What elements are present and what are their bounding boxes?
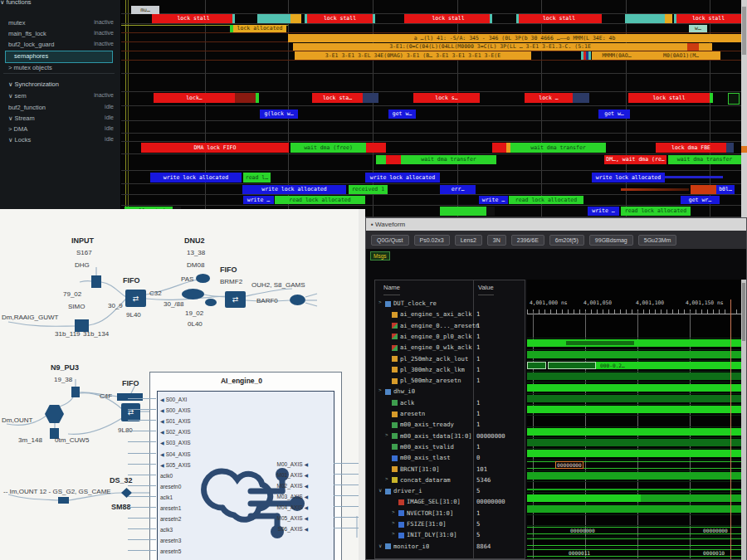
wave-row[interactable]: 0000000: [527, 558, 741, 559]
toolbar-button-2396-6E[interactable]: 2396/6E: [511, 235, 544, 246]
sidebar-item-Synchronization[interactable]: ∨ Synchronization: [0, 80, 120, 90]
signal-row[interactable]: m00_axis_tvalid1: [375, 441, 525, 452]
timeline-bar[interactable]: write …: [588, 207, 619, 216]
timeline-bar[interactable]: wait dma transfer: [401, 155, 496, 164]
ip-block[interactable]: [117, 393, 143, 401]
toolbar-button-Ps0-02x3[interactable]: Ps0.02x3: [414, 235, 450, 246]
timeline-bar[interactable]: [486, 207, 495, 216]
timeline-bar[interactable]: lock dma FBE: [656, 143, 726, 153]
timeline-bar[interactable]: mu…: [131, 6, 159, 14]
wave-row[interactable]: [527, 504, 741, 515]
toolbar-button-Lens2[interactable]: Lens2: [455, 235, 482, 246]
timeline-bar[interactable]: [621, 188, 689, 191]
timeline-bar[interactable]: [710, 93, 713, 103]
signal-row[interactable]: ai_engine_0_pl0_aclk1: [375, 331, 525, 342]
signal-row[interactable]: ∨monitor_i08864: [375, 541, 525, 552]
timeline-bar[interactable]: b0l…: [716, 185, 735, 194]
timeline-bar[interactable]: get wr…: [681, 196, 720, 204]
timeline-bar[interactable]: [691, 185, 716, 194]
ip-block[interactable]: [182, 289, 204, 299]
signal-row[interactable]: m00_axis_tlast0: [375, 452, 525, 463]
wave-row[interactable]: [527, 448, 741, 460]
timeline-bar[interactable]: [699, 43, 712, 51]
signal-row[interactable]: >dhw_i0: [375, 386, 525, 397]
timeline-bar[interactable]: MMMM(0AO…: [592, 51, 642, 60]
timeline-bar[interactable]: [235, 93, 256, 103]
signal-row[interactable]: ai_engine_0..._aresetn1: [375, 320, 525, 331]
trace-vertical-scrollbar[interactable]: [741, 0, 747, 217]
timeline-bar[interactable]: read lock allocated: [621, 207, 691, 216]
column-header-name[interactable]: Name: [383, 280, 400, 295]
timeline-bar[interactable]: read lock allocated: [275, 196, 365, 204]
wave-row[interactable]: 0000000000000000: [527, 525, 741, 537]
wave-row[interactable]: 00000110000010: [527, 548, 741, 559]
timeline-bar[interactable]: [386, 155, 401, 164]
timeline-bar[interactable]: [581, 51, 591, 60]
toolbar-button-5Gu23Mm[interactable]: 5Gu23Mm: [638, 235, 677, 246]
signal-row[interactable]: pl_500mhz_aresetn1: [375, 375, 525, 386]
timeline-bar[interactable]: [573, 93, 589, 103]
timeline-bar[interactable]: [366, 143, 386, 153]
timeline-bar[interactable]: [363, 93, 378, 103]
sidebar-item-Stream[interactable]: ∨ Streamidle: [0, 114, 120, 124]
timeline-bar[interactable]: [728, 93, 740, 105]
signal-row[interactable]: IMAGE_SEL[31:0]00000000: [375, 496, 525, 507]
timeline-bar[interactable]: lock stall: [404, 14, 492, 23]
timeline-bar[interactable]: write lock allocated: [592, 173, 665, 183]
expander-icon[interactable]: ∨: [378, 487, 382, 493]
timeline-bar[interactable]: 3-E1:(0=C(04(L)(04LL(M0000 3=C(L) 3P(LL …: [293, 43, 687, 51]
timeline-bar[interactable]: write …: [243, 196, 274, 204]
expander-icon[interactable]: >: [392, 531, 395, 536]
sidebar-item-mutex[interactable]: mutexinactive: [0, 18, 120, 28]
timeline-bar[interactable]: [290, 14, 301, 23]
ai-engine-block[interactable]: AI_engine_0 ◀S00: [149, 372, 342, 560]
wave-row[interactable]: [527, 426, 741, 438]
expander-icon[interactable]: >: [392, 509, 395, 514]
timeline-bar[interactable]: read l…: [243, 173, 271, 183]
timeline-bar[interactable]: [440, 207, 486, 216]
timeline-bar[interactable]: [256, 93, 259, 103]
column-header-value[interactable]: Value: [478, 280, 494, 295]
wave-row[interactable]: [527, 514, 741, 526]
wave-row[interactable]: [527, 415, 741, 426]
timeline-bar[interactable]: DM…, wait dma (re…: [604, 155, 666, 164]
waveform-window-titlebar[interactable]: ▪ Waveform: [366, 218, 746, 231]
signal-row[interactable]: ∨driver_i5: [375, 485, 525, 496]
timeline-bar[interactable]: read lock allocated: [509, 196, 583, 204]
timeline-bar[interactable]: get w…: [598, 110, 630, 119]
wave-row[interactable]: [527, 393, 741, 405]
expander-icon[interactable]: >: [385, 476, 388, 481]
ip-block[interactable]: [58, 497, 69, 504]
toolbar-button-3N[interactable]: 3N: [487, 235, 506, 246]
timeline-bar[interactable]: DMA lock FIFO: [141, 143, 289, 153]
signal-row[interactable]: [375, 552, 525, 560]
fifo-block[interactable]: ⇄: [121, 403, 140, 421]
timeline-bar[interactable]: lock stall: [516, 14, 602, 23]
fifo-block[interactable]: ⇄: [225, 291, 246, 308]
timeline-bar[interactable]: 3-E1 3-E1 3-EL 34E(0MAG) 3-E1 (B… 3-E1 3…: [295, 51, 531, 60]
timeline-bar[interactable]: write lock allocated: [150, 173, 242, 183]
sidebar-item-main_fts_lock[interactable]: main_fts_lockinactive: [0, 29, 120, 39]
timeline-bar[interactable]: lock stall: [628, 93, 710, 103]
toolbar-button-Q0G-Qust[interactable]: Q0G/Qust: [371, 235, 409, 246]
wave-row[interactable]: [527, 371, 741, 382]
signal-row[interactable]: aclk1: [375, 397, 525, 408]
wave-cursor[interactable]: [730, 299, 731, 559]
ip-block[interactable]: [91, 275, 101, 288]
expander-icon[interactable]: >: [378, 387, 382, 392]
sidebar-item-buf2_function[interactable]: buf2_functionidle: [0, 103, 120, 113]
wave-row[interactable]: [527, 493, 741, 504]
timeline-bar[interactable]: lock …: [525, 93, 573, 103]
timeline-bar[interactable]: [687, 43, 699, 51]
wave-row[interactable]: [527, 382, 741, 394]
wave-row[interactable]: 00000000: [527, 460, 741, 471]
signal-row[interactable]: >concat_dataram5346: [375, 475, 525, 485]
timeline-bar[interactable]: w…: [689, 25, 707, 32]
timeline-bar[interactable]: [257, 14, 290, 23]
ip-block[interactable]: [205, 299, 217, 306]
signal-row[interactable]: >m00_axis_tdata[31:0]00000000: [375, 431, 525, 441]
sidebar-item-DMA[interactable]: > DMAidle: [0, 124, 120, 134]
wave-row[interactable]: [527, 437, 741, 449]
ip-block[interactable]: [290, 295, 305, 305]
signal-row[interactable]: >NVECTOR[31:0]1: [375, 508, 525, 519]
